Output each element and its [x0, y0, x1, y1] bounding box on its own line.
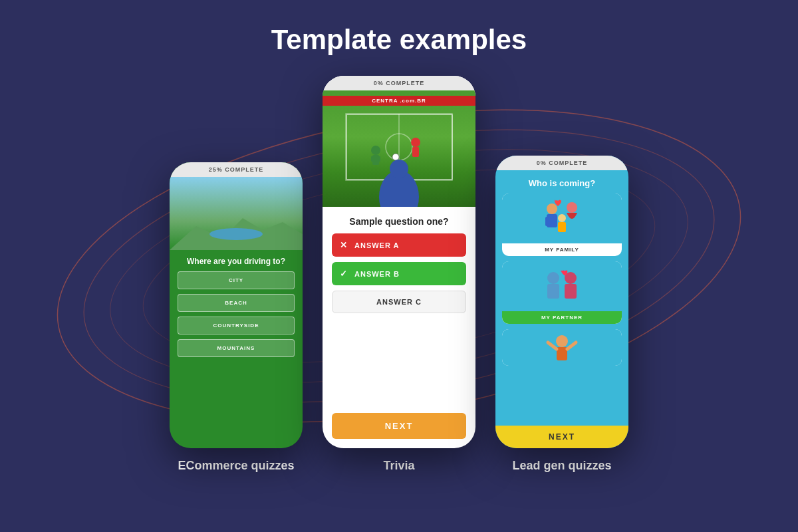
- ecommerce-option-beach[interactable]: BEACH: [178, 294, 295, 312]
- solo-icon-svg: [539, 329, 585, 366]
- leadgen-card-partner-label: MY PARTNER: [502, 311, 622, 324]
- phones-container: 25% COMPLETE Where are you driving to? C…: [0, 76, 798, 473]
- page-title: Template examples: [0, 0, 798, 56]
- phone-ecommerce: 25% COMPLETE Where are you driving to? C…: [170, 162, 303, 473]
- svg-rect-19: [553, 217, 557, 226]
- ecommerce-option-mountains[interactable]: MOUNTAINS: [178, 339, 295, 357]
- svg-rect-10: [376, 156, 380, 162]
- leadgen-card-family[interactable]: MY FAMILY: [502, 194, 622, 256]
- leadgen-card-solo-image: [502, 329, 622, 366]
- leadgen-next-button[interactable]: NEXT: [495, 426, 628, 448]
- trivia-progress-bar: 0% COMPLETE: [323, 76, 475, 90]
- leadgen-card-family-image: [502, 194, 622, 243]
- svg-rect-18: [545, 217, 549, 226]
- correct-icon: ✓: [340, 269, 348, 279]
- svg-rect-9: [371, 156, 375, 162]
- soccer-field-svg: [323, 90, 475, 207]
- svg-rect-24: [547, 284, 559, 299]
- svg-point-21: [558, 214, 566, 222]
- svg-line-30: [567, 342, 576, 349]
- trivia-label: Trivia: [323, 459, 475, 473]
- ecommerce-progress-bar: 25% COMPLETE: [170, 162, 303, 177]
- svg-point-20: [567, 202, 577, 213]
- svg-point-16: [547, 203, 557, 214]
- phone-trivia-wrapper: 0% COMPLETE CENTRA .com.BR: [323, 76, 475, 473]
- svg-point-23: [547, 272, 559, 284]
- leadgen-card-partner[interactable]: MY PARTNER: [502, 261, 622, 324]
- svg-rect-26: [565, 284, 577, 299]
- svg-line-29: [548, 342, 557, 349]
- trivia-next-button[interactable]: NEXT: [332, 413, 466, 439]
- wrong-icon: ✕: [340, 240, 348, 250]
- svg-rect-12: [412, 147, 419, 157]
- leadgen-label: Lead gen quizzes: [495, 459, 628, 473]
- leadgen-card-partner-image: [502, 261, 622, 311]
- leadgen-cards: MY FAMILY: [495, 194, 628, 378]
- trivia-answer-a-text: ANSWER A: [354, 241, 399, 249]
- trivia-answer-b-text: ANSWER B: [354, 270, 400, 278]
- trivia-answer-b[interactable]: ✓ ANSWER B: [332, 262, 466, 285]
- trivia-answers: ✕ ANSWER A ✓ ANSWER B ANSWER C: [323, 233, 475, 313]
- leadgen-question: Who is coming?: [495, 170, 628, 194]
- trivia-question: Sample question one?: [323, 207, 475, 233]
- svg-point-7: [371, 146, 380, 155]
- svg-point-11: [411, 138, 420, 147]
- ecommerce-option-city[interactable]: CITY: [178, 271, 295, 289]
- ecommerce-label: ECommerce quizzes: [170, 459, 303, 473]
- ecommerce-question: Where are you driving to?: [170, 250, 303, 271]
- trivia-hero-image: CENTRA .com.BR: [323, 90, 475, 207]
- svg-point-27: [556, 335, 568, 347]
- phone-leadgen-wrapper: 0% COMPLETE Who is coming?: [495, 156, 628, 473]
- svg-point-15: [390, 160, 408, 178]
- leadgen-card-solo[interactable]: [502, 329, 622, 366]
- family-icon-svg: [539, 197, 585, 240]
- ecommerce-hero-image: [170, 177, 303, 250]
- ecommerce-options: CITY BEACH COUNTRYSIDE MOUNTAINS: [170, 271, 303, 364]
- trivia-answer-c[interactable]: ANSWER C: [332, 291, 466, 313]
- leadgen-progress-bar: 0% COMPLETE: [495, 156, 628, 170]
- partner-icon-svg: [539, 265, 585, 308]
- ecommerce-option-countryside[interactable]: COUNTRYSIDE: [178, 317, 295, 334]
- svg-point-13: [392, 154, 399, 160]
- svg-rect-22: [558, 222, 566, 232]
- trivia-answer-a[interactable]: ✕ ANSWER A: [332, 233, 466, 257]
- leadgen-card-family-label: MY FAMILY: [502, 243, 622, 256]
- trivia-answer-c-text: ANSWER C: [376, 298, 422, 306]
